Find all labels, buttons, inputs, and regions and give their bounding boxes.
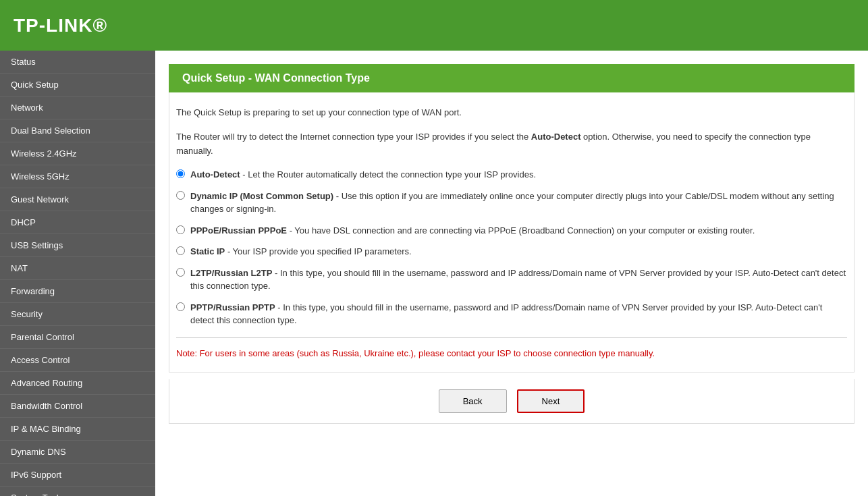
radio-l2tp: L2TP/Russian L2TP - In this type, you sh… (176, 267, 847, 293)
intro-text-1: The Quick Setup is preparing to set up y… (176, 106, 847, 120)
sidebar-item-access-control[interactable]: Access Control (0, 349, 155, 372)
radio-auto-detect-input[interactable] (176, 169, 185, 178)
radio-pptp-label[interactable]: PPTP/Russian PPTP - In this type, you sh… (190, 301, 847, 327)
radio-pppoe: PPPoE/Russian PPPoE - You have DSL conne… (176, 224, 847, 238)
sidebar-item-parental-control[interactable]: Parental Control (0, 326, 155, 349)
radio-auto-detect: Auto-Detect - Let the Router automatical… (176, 168, 847, 182)
sidebar-item-dhcp[interactable]: DHCP (0, 211, 155, 234)
sidebar-item-nat[interactable]: NAT (0, 257, 155, 280)
radio-dynamic-ip-input[interactable] (176, 191, 185, 200)
radio-pppoe-input[interactable] (176, 225, 185, 234)
radio-static-ip-input[interactable] (176, 246, 185, 255)
radio-pptp-input[interactable] (176, 302, 185, 311)
radio-l2tp-input[interactable] (176, 268, 185, 277)
sidebar-item-bandwidth-control[interactable]: Bandwidth Control (0, 395, 155, 418)
next-button[interactable]: Next (517, 389, 585, 413)
radio-auto-detect-label[interactable]: Auto-Detect - Let the Router automatical… (190, 168, 536, 182)
sidebar-item-system-tools[interactable]: System Tools (0, 487, 155, 496)
note-text: Note: For users in some areas (such as R… (176, 348, 847, 358)
sidebar: StatusQuick SetupNetworkDual Band Select… (0, 51, 155, 496)
page-header: Quick Setup - WAN Connection Type (169, 64, 855, 92)
sidebar-item-advanced-routing[interactable]: Advanced Routing (0, 372, 155, 395)
sidebar-item-wireless-2.4ghz[interactable]: Wireless 2.4GHz (0, 142, 155, 165)
sidebar-item-dynamic-dns[interactable]: Dynamic DNS (0, 441, 155, 464)
sidebar-item-dual-band-selection[interactable]: Dual Band Selection (0, 119, 155, 142)
header: TP-LINK® (0, 0, 868, 51)
logo: TP-LINK® (13, 15, 107, 36)
radio-static-ip-label[interactable]: Static IP - Your ISP provide you specifi… (190, 245, 412, 258)
radio-static-ip: Static IP - Your ISP provide you specifi… (176, 245, 847, 258)
sidebar-item-status[interactable]: Status (0, 51, 155, 74)
content-area: The Quick Setup is preparing to set up y… (169, 92, 855, 373)
layout: StatusQuick SetupNetworkDual Band Select… (0, 51, 868, 496)
main-content: Quick Setup - WAN Connection Type The Qu… (155, 51, 868, 496)
sidebar-item-wireless-5ghz[interactable]: Wireless 5GHz (0, 165, 155, 188)
sidebar-item-guest-network[interactable]: Guest Network (0, 188, 155, 211)
radio-l2tp-label[interactable]: L2TP/Russian L2TP - In this type, you sh… (190, 267, 847, 293)
sidebar-item-forwarding[interactable]: Forwarding (0, 280, 155, 303)
sidebar-item-quick-setup[interactable]: Quick Setup (0, 74, 155, 97)
radio-dynamic-ip: Dynamic IP (Most Common Setup) - Use thi… (176, 190, 847, 216)
sidebar-item-ip-&-mac-binding[interactable]: IP & MAC Binding (0, 418, 155, 441)
sidebar-item-security[interactable]: Security (0, 303, 155, 326)
radio-pptp: PPTP/Russian PPTP - In this type, you sh… (176, 301, 847, 327)
sidebar-item-ipv6-support[interactable]: IPv6 Support (0, 464, 155, 487)
sidebar-item-network[interactable]: Network (0, 97, 155, 119)
divider (176, 337, 847, 338)
radio-dynamic-ip-label[interactable]: Dynamic IP (Most Common Setup) - Use thi… (190, 190, 847, 216)
sidebar-item-usb-settings[interactable]: USB Settings (0, 234, 155, 257)
back-button[interactable]: Back (439, 389, 507, 413)
radio-pppoe-label[interactable]: PPPoE/Russian PPPoE - You have DSL conne… (190, 224, 755, 238)
intro-text-2: The Router will try to detect the Intern… (176, 130, 847, 159)
connection-type-group: Auto-Detect - Let the Router automatical… (176, 168, 847, 327)
button-area: Back Next (169, 379, 855, 424)
page-title: Quick Setup - WAN Connection Type (182, 72, 841, 84)
